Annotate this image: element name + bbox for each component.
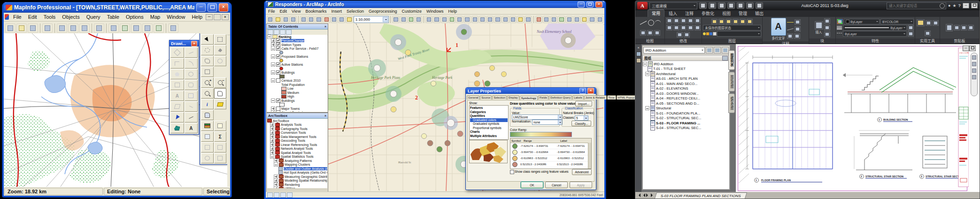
select-elements-icon[interactable] <box>502 16 509 23</box>
sheets-section-header[interactable]: 图纸 <box>642 55 730 61</box>
hyperlink-icon[interactable] <box>543 16 550 23</box>
sheet-item[interactable]: A-03 - DOORS WINDOW... <box>656 92 699 96</box>
tab-manage[interactable]: 管理 <box>735 10 751 17</box>
sheets-header-icon[interactable] <box>722 56 728 61</box>
status-selecting[interactable]: Selecting <box>203 188 230 195</box>
cut-icon[interactable] <box>57 23 67 33</box>
table-icon[interactable] <box>787 33 793 39</box>
apply-button[interactable]: Apply <box>570 182 592 188</box>
boundary-select-icon[interactable] <box>201 56 214 66</box>
set-target-district-icon[interactable] <box>201 142 214 153</box>
palette-autohide-icon[interactable] <box>636 52 641 56</box>
text-tool-icon[interactable]: A <box>170 91 184 101</box>
insert-block-icon[interactable] <box>815 21 823 30</box>
help-icon[interactable]: ? <box>958 3 961 8</box>
copy-icon[interactable] <box>687 18 694 23</box>
tab-source[interactable]: Source <box>480 95 492 100</box>
zoom-in-icon[interactable]: + <box>201 77 214 88</box>
line-tool-icon[interactable] <box>640 21 647 24</box>
dialog-titlebar[interactable]: Layer Properties ? × <box>466 88 596 94</box>
sheet-group-architectural[interactable]: Architectural <box>656 72 676 76</box>
tab-annotate[interactable]: 注释 <box>681 10 697 17</box>
tab-general[interactable]: General <box>467 95 479 100</box>
add-node-tool-icon[interactable] <box>185 101 198 112</box>
polyline-tool-icon[interactable] <box>640 30 646 36</box>
tab-display[interactable]: Display <box>507 95 519 100</box>
panel-block-label[interactable]: 块 <box>809 38 835 44</box>
help-icon[interactable]: ? <box>579 88 586 94</box>
show-item-proportional[interactable]: Proportional symbols <box>470 126 508 130</box>
new-table-icon[interactable] <box>5 23 15 33</box>
python-icon[interactable] <box>596 16 603 23</box>
menu-file[interactable]: File <box>10 14 25 20</box>
zoom-out-icon[interactable] <box>433 16 440 23</box>
mtext-button[interactable]: A <box>771 18 786 36</box>
tab-html-popup[interactable]: HTML Popup <box>617 95 636 100</box>
menu-options[interactable]: Options <box>123 14 147 20</box>
circle-tool-icon[interactable] <box>648 20 654 26</box>
mleader-icon[interactable] <box>795 26 801 32</box>
trim-icon[interactable] <box>680 18 687 23</box>
measure-icon[interactable] <box>535 16 542 23</box>
rotate-icon[interactable] <box>673 18 679 23</box>
symbol-tool-icon[interactable] <box>170 47 184 58</box>
workspace-combo[interactable]: 三维建模 <box>649 2 697 9</box>
panel-utilities-label[interactable]: 实用工具 <box>915 38 940 44</box>
erase-icon[interactable] <box>694 25 701 31</box>
sheetset-combo[interactable]: IRD Addition <box>643 47 705 54</box>
table-vscrollbar[interactable] <box>588 143 591 168</box>
layer-freeze-icon[interactable] <box>733 19 739 24</box>
toc-tree[interactable]: ​Ranking PercentChange Station Types Cal… <box>267 35 327 112</box>
palette-properties-icon[interactable] <box>636 58 641 63</box>
hatch-tool-icon[interactable] <box>654 30 660 36</box>
toc-panel-titlebar[interactable]: Table Of Contents × <box>267 24 328 30</box>
palette-tab-sheet-views[interactable]: 图纸视图 <box>728 72 735 92</box>
select-tool-icon[interactable] <box>201 34 214 45</box>
paste-icon[interactable] <box>79 23 90 33</box>
classes-combo[interactable]: 5 <box>575 115 588 121</box>
linetype-combo[interactable]: ByLayer <box>843 31 907 37</box>
color-ramp-combo[interactable] <box>510 132 572 137</box>
radius-select-icon[interactable] <box>201 45 214 55</box>
import-button[interactable]: Import... <box>575 101 592 107</box>
frame-tool-icon[interactable] <box>185 91 198 101</box>
save-icon[interactable] <box>282 16 289 23</box>
tab-labels[interactable]: Labels <box>572 95 584 100</box>
arc-toolbox-icon[interactable] <box>581 16 588 23</box>
show-item-graduated-symbols[interactable]: Graduated symbols <box>470 122 508 126</box>
draw-rectangle-icon[interactable] <box>280 192 286 198</box>
show-item-features[interactable]: Features <box>470 106 508 110</box>
toc-layer[interactable]: Census 2010 <box>281 79 301 82</box>
doc-close-icon[interactable]: × <box>222 14 229 20</box>
sheetset-refresh-icon[interactable] <box>706 47 713 54</box>
toc-layer[interactable]: PercentChange <box>281 39 304 42</box>
qat-save-icon[interactable] <box>718 2 725 9</box>
show-item-multiple-attributes[interactable]: Multiple Attributes <box>470 134 508 138</box>
rectangle-tool-icon[interactable] <box>647 30 653 36</box>
class-table[interactable]: Symbol Range Label -7.626174 - -3.694731… <box>510 138 592 169</box>
show-class-ranges-checkbox[interactable] <box>510 170 514 174</box>
transparency-icon[interactable] <box>908 25 914 31</box>
list-by-source-icon[interactable] <box>274 30 279 35</box>
tab-joins-relates[interactable]: Joins & Relates <box>584 95 607 100</box>
toc-layer[interactable]: Proposed Stations <box>281 55 308 58</box>
arctoolbox-titlebar[interactable]: ArcToolbox × <box>267 113 328 119</box>
topology-icon[interactable] <box>408 16 415 23</box>
sheet-item-current[interactable]: S-03 - FLOOR FRAMING ... <box>656 121 700 125</box>
sheet-item[interactable]: S-02 - STRUCTURAL SEC... <box>656 116 701 120</box>
symbol-style-icon[interactable] <box>170 112 184 122</box>
toolbox-item[interactable]: Cartography Tools <box>281 127 308 130</box>
layer-lock-icon[interactable] <box>740 19 746 24</box>
toc-layer[interactable]: Station Types <box>281 43 301 46</box>
measure-icon[interactable] <box>917 19 925 26</box>
sheet-item[interactable]: T-01 - TITLE SHEET <box>653 67 686 71</box>
menu-edit[interactable]: Edit <box>25 14 40 20</box>
toolbox-item[interactable]: Linear Referencing Tools <box>281 143 317 146</box>
layer-state-combo[interactable]: 未保存的图层状态 <box>703 25 761 31</box>
clip-region-off-icon[interactable] <box>214 153 227 163</box>
class-row[interactable]: -7.626174 - -3.694731-7.626174 - -3.6947… <box>510 143 591 149</box>
ellipse-tool-icon[interactable] <box>185 69 198 79</box>
clear-selection-icon[interactable] <box>494 16 501 23</box>
rounded-rect-tool-icon[interactable] <box>185 80 198 90</box>
copy-icon[interactable] <box>68 23 78 33</box>
